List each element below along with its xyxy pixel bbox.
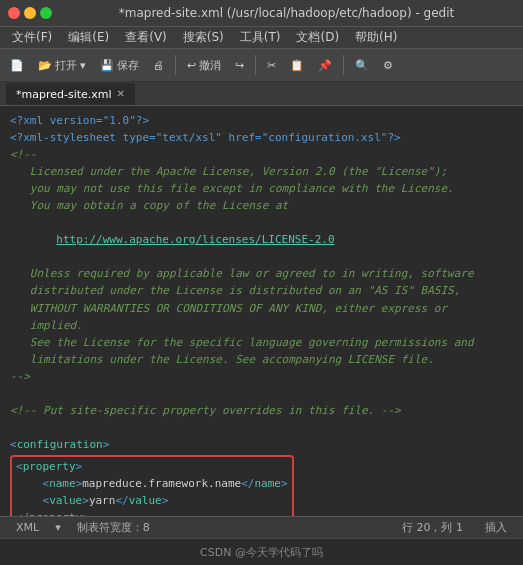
menu-view[interactable]: 查看(V) xyxy=(117,27,175,48)
line-16: --> xyxy=(10,368,513,385)
status-bar: XML ▾ 制表符宽度：8 行 20，列 1 插入 xyxy=(0,516,523,538)
copy-button[interactable]: 📋 xyxy=(284,52,310,78)
line-19 xyxy=(10,419,513,436)
line-3: <!-- xyxy=(10,146,513,163)
menu-tools[interactable]: 工具(T) xyxy=(232,27,289,48)
line-14: See the License for the specific languag… xyxy=(10,334,513,351)
line-11: distributed under the License is distrib… xyxy=(10,282,513,299)
license-link[interactable]: http://www.apache.org/licenses/LICENSE-2… xyxy=(56,233,334,246)
status-insert: 插入 xyxy=(479,520,513,535)
save-icon: 💾 xyxy=(100,59,114,72)
redo-icon: ↪ xyxy=(235,59,244,72)
new-button[interactable]: 📄 xyxy=(4,52,30,78)
line-21: <property> xyxy=(16,458,288,475)
line-1: <?xml version="1.0"?> xyxy=(10,112,513,129)
editor-area[interactable]: <?xml version="1.0"?> <?xml-stylesheet t… xyxy=(0,106,523,516)
tab-bar: *mapred-site.xml ✕ xyxy=(0,82,523,106)
settings-icon: ⚙ xyxy=(383,59,393,72)
cut-button[interactable]: ✂ xyxy=(261,52,282,78)
menu-docs[interactable]: 文档(D) xyxy=(288,27,347,48)
line-10: Unless required by applicable law or agr… xyxy=(10,265,513,282)
tab-label: *mapred-site.xml xyxy=(16,88,112,101)
tab-close-icon[interactable]: ✕ xyxy=(117,89,125,99)
status-format[interactable]: XML xyxy=(10,521,45,534)
window-controls[interactable] xyxy=(8,7,52,19)
toolbar-separator-2 xyxy=(255,55,256,75)
line-20: <configuration> xyxy=(10,436,513,453)
watermark-text: CSDN @今天学代码了吗 xyxy=(200,545,323,560)
line-15: limitations under the License. See accom… xyxy=(10,351,513,368)
search-button[interactable]: 🔍 xyxy=(349,52,375,78)
line-13: implied. xyxy=(10,317,513,334)
line-8: http://www.apache.org/licenses/LICENSE-2… xyxy=(10,231,513,248)
menu-help[interactable]: 帮助(H) xyxy=(347,27,405,48)
print-button[interactable]: 🖨 xyxy=(147,52,170,78)
open-button[interactable]: 📂 打开▾ xyxy=(32,52,92,78)
line-6: You may obtain a copy of the License at xyxy=(10,197,513,214)
highlighted-property-block: <property> <name>mapreduce.framework.nam… xyxy=(10,455,294,516)
settings-button[interactable]: ⚙ xyxy=(377,52,399,78)
paste-button[interactable]: 📌 xyxy=(312,52,338,78)
line-22: <name>mapreduce.framework.name</name> xyxy=(16,475,288,492)
line-23: <value>yarn</value> xyxy=(16,492,288,509)
line-24: </property> xyxy=(16,509,288,516)
status-format-arrow: ▾ xyxy=(55,521,61,534)
menu-edit[interactable]: 编辑(E) xyxy=(60,27,117,48)
undo-icon: ↩ xyxy=(187,59,196,72)
print-icon: 🖨 xyxy=(153,59,164,71)
paste-icon: 📌 xyxy=(318,59,332,72)
toolbar-separator-3 xyxy=(343,55,344,75)
cut-icon: ✂ xyxy=(267,59,276,72)
line-9 xyxy=(10,248,513,265)
undo-button[interactable]: ↩ 撤消 xyxy=(181,52,227,78)
menu-file[interactable]: 文件(F) xyxy=(4,27,60,48)
line-18: <!-- Put site-specific property override… xyxy=(10,402,513,419)
line-7 xyxy=(10,214,513,231)
toolbar-separator-1 xyxy=(175,55,176,75)
minimize-button[interactable] xyxy=(24,7,36,19)
open-icon: 📂 xyxy=(38,59,52,72)
title-bar: *mapred-site.xml (/usr/local/hadoop/etc/… xyxy=(0,0,523,26)
toolbar: 📄 📂 打开▾ 💾 保存 🖨 ↩ 撤消 ↪ ✂ 📋 📌 🔍 ⚙ xyxy=(0,48,523,82)
menu-bar: 文件(F) 编辑(E) 查看(V) 搜索(S) 工具(T) 文档(D) 帮助(H… xyxy=(0,26,523,48)
line-5: you may not use this file except in comp… xyxy=(10,180,513,197)
window-title: *mapred-site.xml (/usr/local/hadoop/etc/… xyxy=(58,6,515,20)
close-button[interactable] xyxy=(8,7,20,19)
menu-search[interactable]: 搜索(S) xyxy=(175,27,232,48)
status-tab: 制表符宽度：8 xyxy=(71,520,156,535)
line-17 xyxy=(10,385,513,402)
status-line: 行 20，列 1 xyxy=(396,520,469,535)
redo-button[interactable]: ↪ xyxy=(229,52,250,78)
new-icon: 📄 xyxy=(10,59,24,72)
watermark-bar: CSDN @今天学代码了吗 xyxy=(0,538,523,565)
tab-mapred-site[interactable]: *mapred-site.xml ✕ xyxy=(6,83,135,105)
line-12: WITHOUT WARRANTIES OR CONDITIONS OF ANY … xyxy=(10,300,513,317)
line-2: <?xml-stylesheet type="text/xsl" href="c… xyxy=(10,129,513,146)
line-4: Licensed under the Apache License, Versi… xyxy=(10,163,513,180)
save-button[interactable]: 💾 保存 xyxy=(94,52,145,78)
copy-icon: 📋 xyxy=(290,59,304,72)
maximize-button[interactable] xyxy=(40,7,52,19)
search-icon: 🔍 xyxy=(355,59,369,72)
